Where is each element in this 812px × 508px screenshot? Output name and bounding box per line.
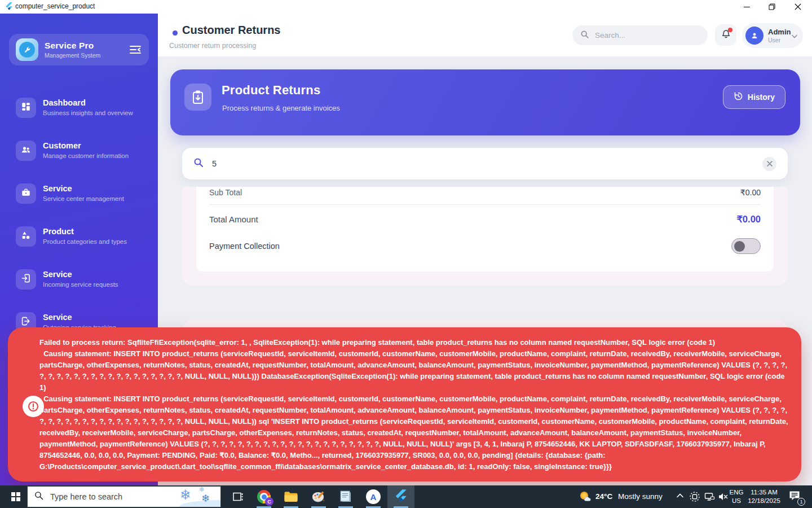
taskbar-notepad[interactable] [332,485,359,508]
subtotal-value: ₹0.00 [740,188,761,197]
subtotal-label: Sub Total [209,188,242,197]
action-center-button[interactable]: 1 [788,490,803,503]
divider [209,204,761,205]
weather-icon[interactable] [579,491,592,505]
close-button[interactable] [785,0,810,14]
taskbar-file-explorer[interactable] [277,485,304,508]
sidebar-item-label: Product [43,227,127,236]
sidebar-item-label: Dashboard [43,98,133,107]
sidebar-item-subtitle: Business insights and overview [43,110,133,116]
subtotal-row: Sub Total ₹0.00 [209,187,761,198]
language-line2: US [729,497,744,505]
notification-count-badge: 1 [797,498,805,506]
notifications-button[interactable] [715,24,736,46]
user-name: Admin [768,28,792,36]
shapes-icon [21,230,31,243]
sidebar-item-subtitle: Service center management [43,195,124,202]
error-message: Failed to process return: SqfliteFfiExce… [39,337,789,472]
app-subtitle: Management System [45,52,129,59]
search-icon [34,491,43,502]
history-button[interactable]: History [723,85,785,109]
start-button[interactable] [5,485,27,508]
minimize-button[interactable] [734,0,759,14]
tray-chevron-up-icon[interactable] [676,491,685,502]
sidebar-item-label: Service [43,270,118,279]
history-label: History [748,93,775,102]
task-view-button[interactable] [224,485,251,508]
sidebar-item-subtitle: Product categories and types [43,238,127,245]
sidebar-item-product[interactable]: Product Product categories and types [9,226,149,256]
total-value: ₹0.00 [736,214,761,225]
time: 11:35 AM [745,488,783,497]
app-name: Service Pro [45,41,129,51]
chevron-down-icon [792,30,797,41]
sidebar-item-service-incoming[interactable]: Service Incoming service requests [9,269,149,299]
chrome-icon: C [257,490,271,503]
return-box-icon [184,84,211,111]
search-icon [580,30,589,41]
taskbar-chrome[interactable]: C [250,485,277,508]
payment-collection-toggle[interactable] [731,238,761,254]
sidebar-collapse-icon[interactable] [129,43,142,56]
language-indicator[interactable]: ENG US [729,488,744,505]
restore-button[interactable] [760,0,784,14]
briefcase-icon [21,187,31,200]
snowflake-icon: ❄ [201,492,210,505]
taskbar-flutter-app-active[interactable] [387,485,414,508]
incoming-arrow-icon [21,273,31,286]
folder-icon [284,491,298,503]
windows-taskbar: ❄ ❄ ❄ C A [0,485,812,508]
people-icon [21,144,31,157]
return-search-bar [182,148,788,179]
user-menu[interactable]: Admin User [742,23,803,48]
notification-dot [728,28,732,32]
title-dot [173,30,178,36]
global-search[interactable] [572,25,708,45]
taskbar-search[interactable]: ❄ ❄ ❄ [27,486,221,507]
flutter-logo-icon [5,2,13,11]
sidebar-item-subtitle: Manage customer information [43,152,129,159]
date: 12/18/2025 [745,497,783,505]
clock[interactable]: 11:35 AM 12/18/2025 [745,488,783,505]
compass-a-app-icon: A [366,489,381,504]
weather-desc[interactable]: Mostly sunny [618,492,663,501]
weather-snow-graphic: ❄ ❄ ❄ [176,486,220,507]
app-brand-card: Service Pro Management System [9,34,149,65]
totals-card: Sub Total ₹0.00 Total Amount ₹0.00 Payme… [196,187,774,271]
user-role: User [768,37,792,43]
clear-search-button[interactable] [762,157,776,171]
taskbar-dev-app[interactable]: A [360,485,387,508]
page-title: Customer Returns [182,24,280,37]
sidebar-item-dashboard[interactable]: Dashboard Business insights and overview [9,98,149,127]
sidebar-item-customer[interactable]: Customer Manage customer information [9,141,149,170]
error-toast[interactable]: Failed to process return: SqfliteFfiExce… [8,327,801,481]
outgoing-arrow-icon [21,316,31,329]
sidebar-item-subtitle: Incoming service requests [43,281,118,288]
tray-volume-muted-icon[interactable] [717,491,729,505]
wrench-icon [19,42,35,58]
tray-connect-icon[interactable] [689,491,700,505]
page-subtitle: Customer return processing [169,42,256,50]
app-window: computer_service_product Service Pro Man… [0,0,812,508]
task-view-icon [232,491,244,502]
windows-logo-icon [11,492,20,501]
weather-temp[interactable]: 24°C [595,492,612,501]
flutter-icon [395,489,407,504]
dashboard-grid-icon [21,102,31,114]
sidebar-item-service-center[interactable]: Service Service center management [9,183,149,213]
taskbar-search-input[interactable] [50,492,169,501]
search-icon [193,157,204,170]
banner-subtitle: Process returns & generate invoices [222,104,340,112]
banner-title: Product Returns [222,83,320,98]
global-search-input[interactable] [595,31,691,40]
taskbar-paint[interactable] [305,485,332,508]
profile-badge: C [265,497,273,506]
payment-collection-label: Payment Collection [209,242,280,251]
tray-network-icon[interactable] [704,491,715,505]
notepad-icon [339,490,352,503]
app-logo [16,38,38,61]
sidebar-item-label: Service [43,313,116,322]
return-search-input[interactable] [212,159,762,168]
sidebar-item-label: Customer [43,141,129,150]
total-label: Total Amount [209,214,258,224]
